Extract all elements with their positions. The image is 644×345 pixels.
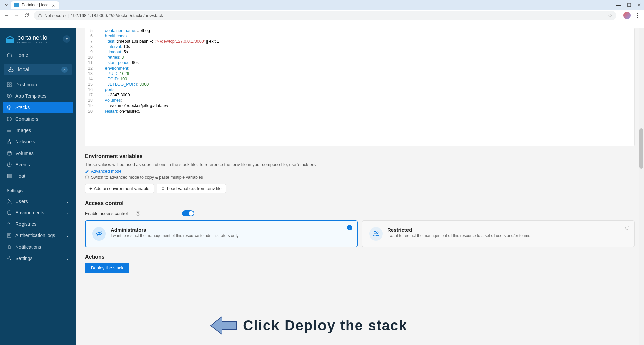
home-icon	[7, 52, 12, 58]
sidebar-item-images[interactable]: Images	[3, 125, 73, 136]
notifications-icon	[7, 244, 12, 250]
stacks-icon	[7, 105, 12, 110]
chevron-down-icon: ⌄	[66, 94, 69, 98]
env-vars-desc: These values will be used as substitutio…	[85, 162, 635, 167]
bookmark-icon[interactable]: ☆	[608, 12, 612, 19]
docker-icon	[8, 67, 15, 72]
sidebar-item-label: Registries	[15, 221, 36, 227]
close-window-icon[interactable]: ✕	[637, 2, 641, 8]
svg-line-36	[97, 231, 101, 236]
svg-line-17	[8, 140, 9, 143]
svg-line-18	[9, 140, 11, 143]
edit-icon	[85, 169, 89, 173]
scrollbar-thumb[interactable]	[639, 128, 643, 169]
svg-rect-23	[7, 174, 11, 176]
brand-edition: COMMUNITY EDITION	[17, 41, 48, 44]
maximize-icon[interactable]: ☐	[627, 2, 631, 8]
sidebar-item-stacks[interactable]: Stacks	[3, 102, 73, 113]
advanced-mode-info: Switch to advanced mode to copy & paste …	[85, 175, 635, 180]
browser-tab[interactable]: Portainer | local ×	[11, 1, 59, 9]
arrow-icon	[210, 316, 237, 335]
sidebar: portainer.io COMMUNITY EDITION « Home lo…	[0, 28, 76, 345]
svg-rect-8	[10, 83, 11, 84]
load-env-file-button[interactable]: Load variables from .env file	[157, 184, 226, 193]
svg-point-37	[374, 231, 376, 233]
access-control-title: Access control	[85, 200, 635, 206]
annotation: Click Deploy the stack	[210, 316, 407, 335]
svg-point-26	[10, 200, 11, 201]
main-content: 567891011121314151617181920 container_na…	[76, 28, 644, 345]
sidebar-item-label: App Templates	[15, 93, 46, 99]
sidebar-collapse-button[interactable]: «	[63, 35, 70, 43]
reload-button[interactable]	[24, 12, 30, 18]
forward-button[interactable]: →	[13, 12, 19, 18]
minimize-icon[interactable]: —	[616, 2, 621, 8]
svg-line-22	[9, 165, 10, 165]
browser-chrome: Portainer | local × — ☐ ✕ ← → Not secure…	[0, 0, 644, 21]
back-button[interactable]: ←	[3, 12, 9, 18]
svg-point-27	[8, 211, 11, 212]
chevron-down-icon: ⌄	[66, 211, 69, 215]
portainer-logo-icon	[5, 34, 15, 44]
svg-rect-5	[12, 69, 13, 70]
sidebar-item-label: Networks	[15, 139, 35, 144]
sidebar-item-authentication-logs[interactable]: Authentication logs⌄	[3, 230, 73, 241]
warning-icon	[38, 13, 42, 18]
sidebar-item-home[interactable]: Home	[3, 50, 73, 60]
env-vars-title: Environment variables	[85, 153, 635, 159]
authentication-logs-icon	[7, 233, 12, 238]
networks-icon	[7, 139, 12, 144]
sidebar-item-dashboard[interactable]: Dashboard	[3, 79, 73, 90]
scrollbar[interactable]	[639, 28, 644, 345]
help-icon[interactable]: ?	[136, 211, 140, 216]
sidebar-item-notifications[interactable]: Notifications	[3, 242, 73, 252]
env-selector[interactable]: local ×	[4, 64, 72, 75]
chevron-down-icon: ⌄	[66, 233, 69, 238]
dashboard-icon	[7, 82, 12, 87]
sidebar-item-app-templates[interactable]: App Templates⌄	[3, 91, 73, 101]
profile-avatar[interactable]	[623, 12, 631, 19]
sidebar-item-label: Images	[15, 128, 31, 133]
info-icon	[85, 175, 89, 179]
deploy-stack-button[interactable]: Deploy the stack	[85, 263, 129, 273]
svg-point-25	[8, 200, 10, 201]
chevron-down-icon: ⌄	[66, 174, 69, 178]
sidebar-item-containers[interactable]: Containers	[3, 114, 73, 124]
url-text: 192.168.1.18:9000/#!/2/docker/stacks/new…	[71, 13, 606, 18]
sidebar-item-volumes[interactable]: Volumes	[3, 148, 73, 159]
advanced-mode-link[interactable]: Advanced mode	[85, 169, 635, 174]
svg-rect-3	[9, 69, 10, 70]
sidebar-item-events[interactable]: Events	[3, 159, 73, 170]
env-close-icon[interactable]: ×	[61, 67, 68, 73]
tab-title: Portainer | local	[22, 3, 49, 7]
tab-dropdown[interactable]	[3, 3, 11, 7]
sidebar-item-networks[interactable]: Networks	[3, 136, 73, 147]
menu-icon[interactable]: ⋮	[635, 12, 641, 19]
annotation-text: Click Deploy the stack	[243, 317, 407, 334]
sidebar-item-settings[interactable]: Settings⌄	[3, 253, 73, 264]
sidebar-item-registries[interactable]: Registries	[3, 219, 73, 229]
sidebar-item-label: Host	[15, 173, 25, 179]
address-bar: ← → Not secure | 192.168.1.18:9000/#!/2/…	[0, 10, 644, 21]
sidebar-item-host[interactable]: Host⌄	[3, 171, 73, 181]
add-env-var-button[interactable]: + Add an environment variable	[85, 184, 154, 193]
access-control-toggle[interactable]	[182, 210, 194, 216]
toggle-knob	[189, 211, 194, 216]
svg-point-34	[87, 176, 87, 177]
svg-point-31	[9, 258, 10, 259]
access-card-administrators[interactable]: Administrators I want to restrict the ma…	[85, 220, 358, 247]
url-bar[interactable]: Not secure | 192.168.1.18:9000/#!/2/dock…	[34, 11, 616, 20]
access-card-restricted[interactable]: Restricted I want to restrict the manage…	[362, 220, 635, 247]
sidebar-item-users[interactable]: Users⌄	[3, 196, 73, 207]
environments-icon	[7, 210, 12, 215]
card-title: Administrators	[111, 227, 239, 233]
card-desc: I want to restrict the management of thi…	[387, 233, 530, 238]
sidebar-item-environments[interactable]: Environments⌄	[3, 207, 73, 218]
svg-rect-24	[7, 176, 11, 178]
tab-close-icon[interactable]: ×	[52, 3, 56, 7]
eye-off-icon	[92, 227, 106, 241]
settings-icon	[7, 256, 12, 261]
brand[interactable]: portainer.io COMMUNITY EDITION «	[3, 32, 73, 49]
users-icon	[7, 199, 12, 204]
code-editor[interactable]: 567891011121314151617181920 container_na…	[85, 28, 635, 146]
